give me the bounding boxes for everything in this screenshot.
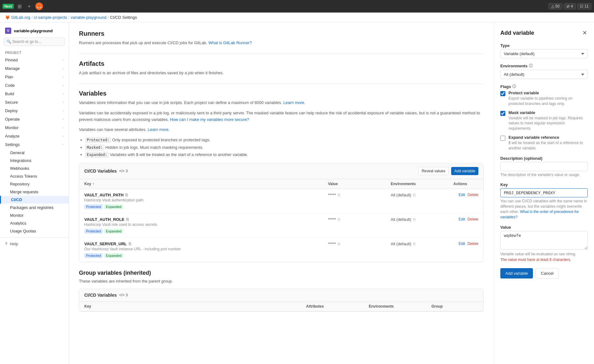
artifacts-desc: A job artifact is an archive of files an… [79,70,484,76]
mr-counter-btn[interactable]: ⇄ 4 [564,3,576,9]
row1-key: VAULT_AUTH_PATH [84,193,123,197]
sidebar-item-code[interactable]: Code› [0,81,69,90]
learn-more-link[interactable]: Learn more. [283,100,305,105]
artifacts-title: Artifacts [79,60,484,67]
content-area: Runners Runners are processes that pick … [69,23,494,364]
search-bar[interactable]: 🔍 Search or go to... [4,38,65,46]
delete-link[interactable]: Delete [467,242,478,246]
breadcrumb-gitlaborg[interactable]: GitLab.org [11,15,30,20]
add-variable-btn[interactable]: Add variable [451,167,478,175]
table-row: VAULT_SERVER_URL ⎘ Our Hashicorp Vault i… [79,238,483,262]
edit-link[interactable]: Edit [459,242,465,246]
environments-select[interactable]: All (default) [500,70,588,79]
key-input[interactable] [500,188,588,197]
sidebar-sub-packages[interactable]: Packages and registries [0,204,69,211]
sidebar-item-analyze[interactable]: Analyze› [0,132,69,140]
value-textarea[interactable]: wqdewfe [500,231,588,250]
sidebar-item-plan[interactable]: Plan› [0,73,69,81]
sidebar-sub-general[interactable]: General [0,149,69,157]
sidebar-sub-integrations[interactable]: Integrations [0,157,69,164]
row1-key-cell: VAULT_AUTH_PATH ⎘ Hashicorp Vault authen… [84,193,328,209]
help-item[interactable]: ? Help [5,240,64,247]
sidebar-item-manage[interactable]: Manage› [0,64,69,73]
type-select[interactable]: Variable (default) [500,49,588,58]
key-label: Key [500,182,588,187]
panel-header: Add variable ✕ [500,29,588,37]
flags-label: Flags ⓘ [500,84,588,89]
description-input[interactable] [500,162,588,171]
copy-key-icon[interactable]: ⎘ [129,242,131,246]
sidebar-item-build[interactable]: Build› [0,90,69,98]
panel-title: Add variable [500,30,534,36]
reveal-values-btn[interactable]: Reveal values [418,167,449,175]
copy-key-icon[interactable]: ⎘ [126,217,129,222]
close-panel-btn[interactable]: ✕ [582,29,588,37]
copy-value-icon[interactable]: ⎘ [338,193,340,197]
copy-value-icon[interactable]: ⎘ [338,242,340,246]
sidebar-sub-monitor[interactable]: Monitor [0,211,69,219]
group-variables-header: CI/CD Variables </> 3 [79,289,483,302]
add-variable-submit-btn[interactable]: Add variable [500,268,533,278]
sidebar-sub-repository[interactable]: Repository [0,180,69,188]
sidebar-sub-usage-quotas[interactable]: Usage Quotas [0,227,69,235]
edit-link[interactable]: Edit [459,193,465,197]
learn-more-link2[interactable]: Learn more. [148,127,169,132]
project-avatar: V [5,28,11,34]
variables-bullets: Protected: Only exposed to protected bra… [85,137,484,158]
flag-protect-text: Protect variable Export variable to pipe… [508,91,588,107]
sidebar-item-monitor[interactable]: Monitor› [0,123,69,132]
sidebar-item-deploy[interactable]: Deploy› [0,107,69,115]
protect-checkbox[interactable] [500,91,505,96]
sidebar-sub-cicd[interactable]: CI/CD [0,196,69,204]
sidebar-sub-merge-requests[interactable]: Merge requests [0,188,69,196]
variables-actions: Reveal values Add variable [418,167,478,175]
expand-checkbox[interactable] [500,136,505,141]
sidebar-item-operate[interactable]: Operate› [0,115,69,123]
breadcrumb-variable-playground[interactable]: variable-playground [70,15,106,20]
breadcrumb-current: CI/CD Settings [110,15,137,20]
breadcrumb: 🦊 GitLab.org / ci-sample-projects / vari… [0,13,594,23]
group-col-env: Environments [369,304,431,309]
copy-key-icon[interactable]: ⎘ [125,193,128,197]
breadcrumb-ci-sample[interactable]: ci-sample-projects [34,15,67,20]
mask-checkbox[interactable] [500,111,505,116]
cancel-btn[interactable]: Cancel [535,268,559,278]
delete-link[interactable]: Delete [467,193,478,197]
tag-protected: Protected [84,229,103,234]
sidebar-item-pinned[interactable]: Pinned› [0,56,69,64]
row3-key-cell: VAULT_SERVER_URL ⎘ Our Hashicorp Vault i… [84,242,328,258]
flags-section: Flags ⓘ Protect variable Export variable… [500,84,588,151]
issues-counter-btn[interactable]: △ 50 [549,3,562,9]
sidebar-item-settings[interactable]: Settings› [0,140,69,149]
row2-actions: Edit Delete [453,217,478,221]
sidebar-sub-access-tokens[interactable]: Access Tokens [0,172,69,180]
sidebar-sub-analytics[interactable]: Analytics [0,219,69,227]
col-actions-header: Actions [453,182,478,186]
copy-env-icon[interactable]: ⎘ [413,217,416,222]
copy-env-icon[interactable]: ⎘ [413,242,416,246]
tag-expanded: Expanded [104,204,123,209]
flag-expand: Expand variable reference $ will be trea… [500,135,588,151]
description-help: The description of the variable's value … [500,172,588,178]
row1-value: ***** ⎘ [328,193,391,197]
variables-attrs-title: Variables can have several attributes. L… [79,127,484,133]
group-variables-desc: These variables are inherited from the p… [79,279,484,283]
todos-counter-btn[interactable]: ☑ 11 [577,3,591,9]
copy-value-icon[interactable]: ⎘ [338,217,340,222]
copy-env-icon[interactable]: ⎘ [413,193,416,197]
add-btn[interactable]: ＋ [25,3,33,10]
value-label: Value [500,225,588,230]
group-table-header: Key Attributes Environments Group [79,302,483,311]
runner-link[interactable]: What is GitLab Runner? [208,40,252,45]
row3-key: VAULT_SERVER_URL [84,242,127,246]
cicd-variables-title: CI/CD Variables </> 3 [84,169,128,174]
next-badge[interactable]: Next [3,4,14,9]
layout-toggle-btn[interactable]: ⊞ [16,3,23,10]
sidebar-sub-webhooks[interactable]: Webhooks [0,164,69,172]
sidebar-item-secure[interactable]: Secure› [0,98,69,107]
delete-link[interactable]: Delete [467,217,478,221]
add-variable-panel: Add variable ✕ Type Variable (default) E… [494,23,594,364]
mask-desc: Variable will be masked in job logs. Req… [508,116,588,131]
secure-link[interactable]: How can I make my variables more secure? [170,117,249,122]
edit-link[interactable]: Edit [459,217,465,221]
